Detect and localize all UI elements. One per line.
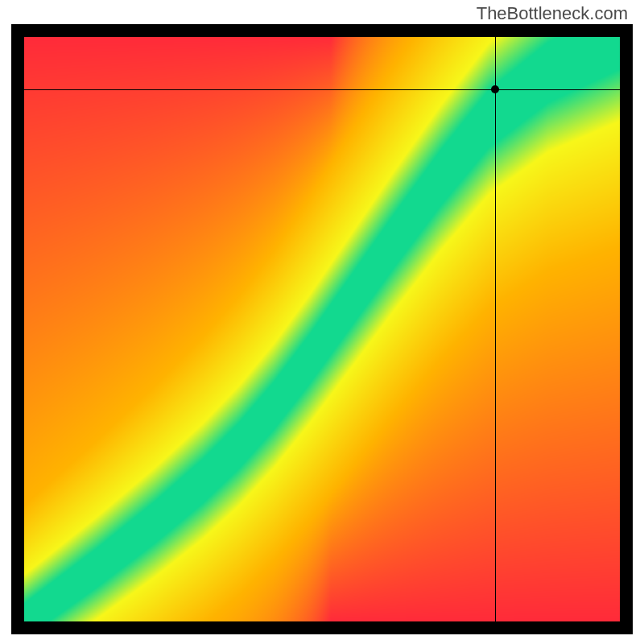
watermark-text: TheBottleneck.com: [477, 3, 628, 24]
chart-frame: [11, 24, 633, 634]
heatmap-canvas: [24, 37, 620, 621]
heatmap-plot-area: [24, 37, 620, 621]
selection-point-icon: [491, 85, 499, 93]
crosshair-horizontal: [24, 89, 620, 90]
crosshair-vertical: [495, 37, 496, 621]
